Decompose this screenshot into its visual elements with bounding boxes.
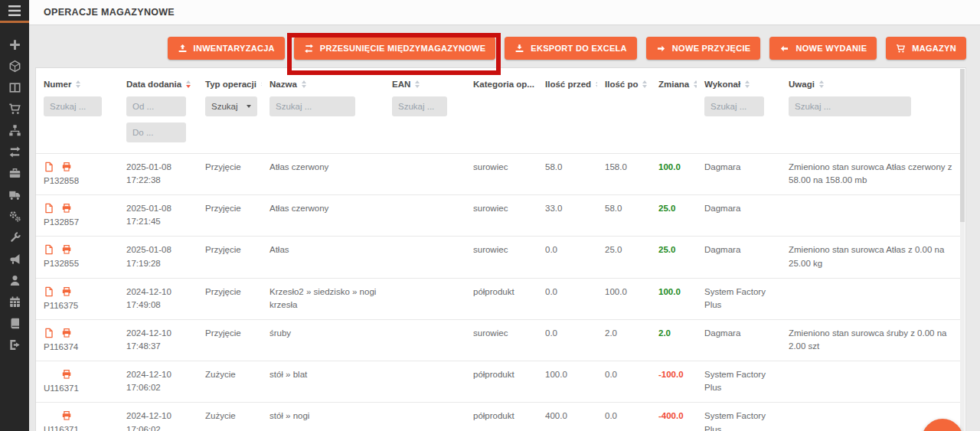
cell-notes: [781, 195, 961, 237]
sidebar-item-cogs[interactable]: [0, 205, 29, 227]
column-header-ilość-po[interactable]: Ilość po: [597, 68, 651, 95]
cell-name: Atłas: [262, 237, 384, 278]
plus-icon: [8, 38, 21, 51]
scrollbar-thumb[interactable]: [960, 69, 965, 222]
sidebar-item-book[interactable]: [0, 312, 29, 334]
document-icon[interactable]: [44, 244, 54, 255]
cell-qty-after: 25.0: [597, 237, 651, 278]
toolbar-button-magazyn[interactable]: MAGAZYN: [886, 37, 966, 60]
cell-qty-after: 58.0: [597, 195, 651, 237]
cell-performer: Dagmara: [697, 195, 781, 237]
sidebar-item-signout[interactable]: [0, 334, 29, 355]
time-value: 17:06:02: [126, 381, 191, 394]
toolbar-button-nowe-przyjęcie[interactable]: NOWE PRZYJĘCIE: [646, 37, 761, 60]
cell-notes: [781, 361, 961, 403]
sidebar-item-megaphone[interactable]: [0, 248, 29, 269]
print-icon[interactable]: [61, 286, 72, 297]
time-value: 17:48:37: [126, 340, 191, 353]
date-value: 2024-12-10: [126, 286, 191, 299]
column-header-zmiana[interactable]: Zmiana: [651, 68, 697, 95]
sidebar-item-plus[interactable]: [0, 34, 29, 55]
column-header-ean[interactable]: EAN: [384, 68, 466, 95]
document-icon[interactable]: [44, 203, 54, 214]
filter-cell-wykonal: [697, 95, 781, 154]
filter-type-select[interactable]: Szukaj: [205, 96, 257, 116]
filter-uwagi-input[interactable]: [789, 96, 911, 116]
filter-numer-input[interactable]: [44, 96, 102, 116]
cell-qty-after: 0.0: [597, 361, 651, 403]
column-header-kategoria-op[interactable]: Kategoria op...: [466, 68, 537, 95]
signout-icon: [8, 338, 21, 351]
cell-qty-before: 0.0: [537, 237, 597, 278]
cell-qty-after: 2.0: [597, 319, 651, 361]
cell-qty-before: 33.0: [537, 195, 597, 237]
cell-change: 25.0: [651, 237, 697, 278]
menu-toggle[interactable]: [0, 0, 29, 23]
transfer-icon: [304, 44, 314, 54]
document-icon[interactable]: [44, 162, 54, 172]
print-icon[interactable]: [61, 244, 72, 255]
filter-nazwa-input[interactable]: [270, 96, 355, 116]
filter-ean-input[interactable]: [392, 96, 447, 116]
table-row: U1163712024-12-1017:06:02Zużyciestół » n…: [36, 403, 961, 431]
print-icon[interactable]: [61, 328, 72, 338]
sidebar-item-wrench[interactable]: [0, 227, 29, 248]
sidebar-item-truck[interactable]: [0, 184, 29, 205]
column-header-data-dodania[interactable]: Data dodania: [119, 68, 198, 95]
button-label: NOWE WYDANIE: [795, 44, 867, 53]
filter-wykonal-input[interactable]: [704, 96, 764, 116]
cell-date: 2024-12-1017:48:37: [119, 319, 198, 361]
date-value: 2024-12-10: [126, 410, 191, 423]
download-icon: [514, 44, 524, 54]
document-icon[interactable]: [44, 286, 54, 297]
hamburger-icon: [8, 5, 21, 16]
sidebar-item-user[interactable]: [0, 269, 29, 291]
filter-type-value: Szukaj: [211, 102, 238, 111]
cell-performer: System Factory Plus: [697, 403, 781, 431]
user-icon: [8, 274, 21, 287]
column-header-nazwa[interactable]: Nazwa: [262, 68, 384, 95]
page-title: OPERACJE MAGAZYNOWE: [44, 7, 175, 18]
column-label: Typ operacji: [205, 80, 256, 89]
sidebar-item-sitemap[interactable]: [0, 119, 29, 141]
print-icon[interactable]: [61, 410, 72, 421]
cell-category: surowiec: [466, 237, 537, 278]
column-header-numer[interactable]: Numer: [36, 68, 119, 95]
column-header-ilość-przed[interactable]: Ilość przed: [537, 68, 597, 95]
filter-cell-nazwa: [262, 95, 384, 154]
cell-category: surowiec: [466, 153, 537, 194]
print-icon[interactable]: [61, 162, 72, 172]
calendar-icon: [8, 295, 21, 309]
toolbar-button-eksport-do-excela[interactable]: EKSPORT DO EXCELA: [505, 37, 637, 60]
cell-numer: P116375: [36, 278, 119, 319]
truck-icon: [8, 188, 21, 201]
sidebar-item-columns[interactable]: [0, 77, 29, 98]
cell-qty-before: 0.0: [537, 278, 597, 319]
toolbar: INWENTARYZACJAPRZESUNIĘCIE MIĘDZYMAGAZYN…: [35, 37, 966, 60]
table-scrollbar[interactable]: [960, 69, 965, 431]
change-value: -100.0: [658, 370, 684, 379]
cell-qty-after: 100.0: [597, 278, 651, 319]
filter-cell-ean: [384, 95, 466, 154]
cell-date: 2025-01-0817:21:45: [119, 195, 198, 237]
cell-name: stół » nogi: [262, 403, 384, 431]
sidebar-item-calendar[interactable]: [0, 291, 29, 312]
filter-date-from-input[interactable]: [126, 96, 186, 116]
sidebar-item-cart[interactable]: [0, 98, 29, 119]
sidebar: [0, 0, 29, 431]
table-row: P1328572025-01-0817:21:45PrzyjęcieAtłas …: [36, 195, 961, 237]
toolbar-button-nowe-wydanie[interactable]: NOWE WYDANIE: [769, 37, 877, 60]
column-header-uwagi[interactable]: Uwagi: [781, 68, 961, 95]
sidebar-item-cube[interactable]: [0, 55, 29, 77]
print-icon[interactable]: [61, 203, 72, 214]
toolbar-button-inwentaryzacja[interactable]: INWENTARYZACJA: [168, 37, 285, 60]
column-header-typ-operacji[interactable]: Typ operacji: [198, 68, 262, 95]
sidebar-item-briefcase[interactable]: [0, 162, 29, 184]
operation-number: U116371: [44, 423, 113, 431]
print-icon[interactable]: [61, 369, 72, 380]
document-icon[interactable]: [44, 328, 54, 338]
filter-date-to-input[interactable]: [126, 122, 186, 142]
toolbar-button-przesunięcie-międzymagazynowe[interactable]: PRZESUNIĘCIE MIĘDZYMAGAZYNOWE: [294, 37, 496, 60]
column-header-wykonał[interactable]: Wykonał: [697, 68, 781, 95]
sidebar-item-exchange[interactable]: [0, 141, 29, 162]
